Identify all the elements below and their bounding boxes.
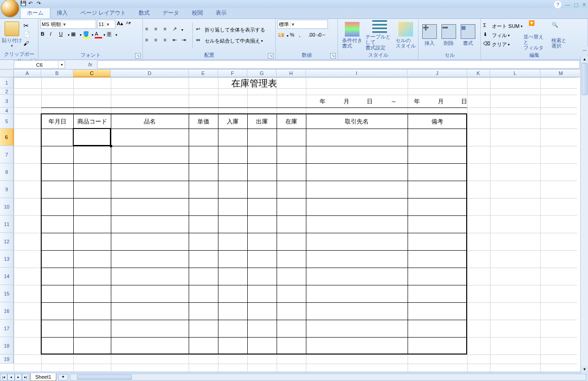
worksheet-grid[interactable]: ABCDEFGHIJKLM 12345678910111213141516171… (0, 70, 588, 371)
tab-表示[interactable]: 表示 (209, 8, 233, 18)
dialog-launcher-icon[interactable]: ↘ (268, 53, 273, 59)
undo-icon[interactable]: ↶ (28, 0, 36, 8)
name-box[interactable]: C6▾ (14, 60, 65, 69)
scroll-thumb[interactable] (77, 375, 132, 380)
tab-校閲[interactable]: 校閲 (185, 8, 209, 18)
column-header[interactable]: A (14, 70, 41, 77)
row-header[interactable]: 11 (0, 215, 14, 233)
font-size-combo[interactable]: 11▾ (97, 20, 115, 29)
align-right-button[interactable]: ≡ (163, 37, 171, 45)
row-header[interactable]: 13 (0, 250, 14, 268)
borders-button[interactable]: ▦ (71, 31, 79, 39)
close-icon[interactable]: ✕ (582, 2, 586, 8)
sheet-tab[interactable]: Sheet1 (30, 373, 56, 381)
minimize-icon[interactable]: — (565, 2, 570, 7)
row-header[interactable]: 18 (0, 337, 14, 354)
column-header[interactable]: K (467, 70, 490, 77)
select-all-corner[interactable] (0, 70, 14, 77)
first-sheet-button[interactable]: |◂ (0, 374, 7, 381)
row-header[interactable]: 5 (0, 114, 14, 129)
row-header[interactable]: 8 (0, 163, 14, 181)
dialog-launcher-icon[interactable]: ↘ (135, 53, 141, 59)
grow-font-button[interactable]: A▴ (116, 20, 125, 28)
column-header[interactable]: M (540, 70, 582, 77)
fill-handle[interactable] (110, 145, 112, 147)
fill-button[interactable]: ⬇フィル▾ (483, 31, 523, 39)
tab-データ[interactable]: データ (156, 8, 185, 18)
next-sheet-button[interactable]: ▸ (15, 374, 22, 381)
horizontal-scrollbar[interactable] (70, 374, 586, 381)
column-header[interactable]: F (218, 70, 247, 77)
save-icon[interactable]: 💾 (20, 0, 27, 8)
row-header[interactable]: 14 (0, 268, 14, 285)
increase-decimal-button[interactable]: .00→ (308, 32, 316, 40)
column-header[interactable]: H (277, 70, 306, 77)
insert-sheet-button[interactable]: ✦ (58, 374, 68, 381)
align-bottom-button[interactable]: ≡ (163, 26, 171, 34)
orientation-button[interactable]: ↗ (172, 26, 180, 34)
comma-button[interactable]: , (299, 32, 307, 40)
last-sheet-button[interactable]: ▸| (22, 374, 29, 381)
bold-button[interactable]: B (40, 31, 49, 39)
column-header[interactable]: D (111, 70, 189, 77)
row-header[interactable]: 1 (0, 77, 14, 88)
format-as-table-button[interactable]: テーブルとして 書式設定 (365, 20, 394, 50)
row-header[interactable]: 6 (0, 129, 14, 146)
align-top-button[interactable]: ≡ (145, 26, 153, 34)
column-header[interactable]: G (247, 70, 277, 77)
number-format-combo[interactable]: 標準▾ (278, 20, 328, 29)
autosum-button[interactable]: Σオート SUM▾ (483, 22, 523, 30)
row-header[interactable]: 19 (0, 354, 14, 364)
split-handle[interactable]: — (581, 47, 588, 54)
dialog-launcher-icon[interactable]: ↘ (330, 53, 336, 59)
tab-数式[interactable]: 数式 (132, 8, 156, 18)
vertical-scrollbar[interactable]: — ▲ ▼ (580, 56, 588, 373)
row-header[interactable]: 12 (0, 233, 14, 250)
prev-sheet-button[interactable]: ◂ (7, 374, 15, 381)
fx-button[interactable]: fx (83, 62, 97, 67)
italic-button[interactable]: I (49, 31, 58, 39)
copy-button[interactable] (23, 31, 31, 39)
sort-filter-button[interactable]: 🔽並べ替えと フィルタ (523, 20, 548, 50)
scroll-thumb[interactable] (582, 63, 588, 95)
format-cells-button[interactable]: ▦書式 (459, 20, 477, 50)
font-color-button[interactable]: A (94, 31, 103, 39)
cell-styles-button[interactable]: セルの スタイル (395, 20, 416, 50)
tab-ホーム[interactable]: ホーム (20, 7, 50, 18)
scroll-down-icon[interactable]: ▼ (581, 366, 588, 373)
row-header[interactable]: 3 (0, 95, 14, 107)
selected-cell[interactable] (73, 128, 111, 146)
help-icon[interactable]: ? (554, 1, 561, 8)
merge-center-button[interactable]: ⇔セルを結合して中央揃え▾ (196, 37, 265, 45)
column-header[interactable]: B (41, 70, 73, 77)
phonetic-button[interactable]: 亜 (106, 31, 114, 39)
align-middle-button[interactable]: ≡ (154, 26, 162, 34)
row-header[interactable]: 10 (0, 198, 14, 215)
redo-icon[interactable]: ↷ (37, 0, 44, 8)
font-name-combo[interactable]: MS 明朝▾ (40, 20, 96, 29)
row-header[interactable]: 17 (0, 320, 14, 337)
row-header[interactable]: 9 (0, 181, 14, 198)
row-header[interactable]: 16 (0, 302, 14, 320)
column-header[interactable]: E (189, 70, 218, 77)
delete-cells-button[interactable]: ➖削除 (440, 20, 458, 50)
shrink-font-button[interactable]: A▾ (125, 20, 134, 28)
column-header[interactable]: I (306, 70, 408, 77)
row-header[interactable]: 2 (0, 88, 14, 95)
paste-button[interactable]: 貼り付け ▼ (2, 20, 22, 50)
decrease-indent-button[interactable]: ⇤ (172, 37, 180, 45)
percent-button[interactable]: % (289, 32, 298, 40)
tab-挿入[interactable]: 挿入 (50, 8, 74, 18)
scroll-up-icon[interactable]: ▲ (581, 56, 588, 63)
increase-indent-button[interactable]: ⇥ (181, 37, 190, 45)
column-header[interactable]: L (490, 70, 540, 77)
conditional-format-button[interactable]: 条件付き 書式 (340, 20, 365, 50)
find-select-button[interactable]: 🔍検索と 選択 (549, 20, 569, 50)
fill-color-button[interactable]: 🪣 (82, 31, 91, 39)
row-header[interactable]: 15 (0, 285, 14, 302)
row-header[interactable]: 7 (0, 146, 14, 163)
align-center-button[interactable]: ≡ (154, 37, 162, 45)
cut-button[interactable] (23, 21, 31, 30)
align-left-button[interactable]: ≡ (145, 37, 153, 45)
insert-cells-button[interactable]: ➕挿入 (420, 20, 439, 50)
